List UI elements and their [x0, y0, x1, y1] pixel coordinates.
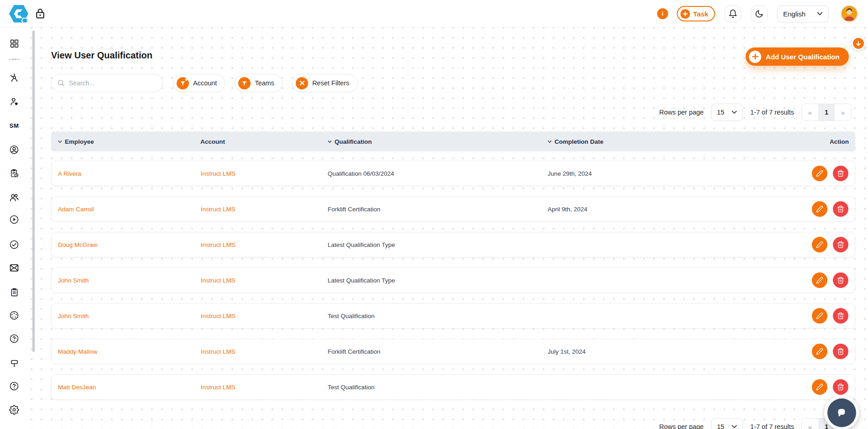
check-circle-icon[interactable]: [5, 235, 23, 254]
account-link[interactable]: Instruct LMS: [201, 348, 328, 355]
help-circle-icon[interactable]: [5, 330, 23, 348]
pagination-control: « 1 »: [801, 104, 852, 121]
account-link[interactable]: Instruct LMS: [201, 170, 328, 177]
account-link[interactable]: Instruct LMS: [201, 384, 328, 391]
add-user-qualification-button[interactable]: Add User Qualification: [746, 47, 849, 66]
employee-link[interactable]: Maddy Mallow: [58, 348, 201, 355]
table-row: John SmithInstruct LMSTest Qualification: [51, 303, 855, 329]
column-label: Account: [200, 138, 225, 145]
prev-page-button[interactable]: «: [802, 419, 818, 429]
avatar[interactable]: [840, 5, 858, 23]
user-circle-icon[interactable]: [5, 141, 23, 159]
edit-button[interactable]: [812, 379, 827, 395]
account-link[interactable]: Instruct LMS: [201, 206, 328, 213]
dashboard-grid-icon[interactable]: [5, 34, 23, 52]
trash-icon: [837, 383, 844, 391]
topbar-actions: Task English: [657, 0, 858, 27]
qualification-text: Latest Qualification Type: [328, 241, 548, 248]
prev-page-button[interactable]: «: [802, 104, 818, 120]
edit-button[interactable]: [812, 166, 827, 181]
chat-widget-button[interactable]: [824, 395, 859, 429]
clipboard-icon[interactable]: [5, 283, 23, 301]
clear-x-icon: [296, 77, 308, 89]
rows-per-page-select[interactable]: 15: [711, 418, 743, 429]
trash-icon: [837, 170, 844, 177]
team-icon[interactable]: [5, 188, 23, 207]
settings-gear-icon[interactable]: [5, 401, 23, 419]
employee-link[interactable]: Matt DesJean: [58, 384, 201, 391]
qualification-text: Test Qualification: [328, 384, 548, 391]
edit-button[interactable]: [812, 272, 827, 288]
hub-icon[interactable]: [5, 68, 23, 87]
edit-button[interactable]: [812, 344, 827, 359]
lock-icon[interactable]: [35, 8, 45, 20]
wheel-icon[interactable]: [5, 306, 23, 324]
account-link[interactable]: Instruct LMS: [201, 277, 328, 284]
account-link[interactable]: Instruct LMS: [201, 313, 328, 319]
collapse-down-button[interactable]: [852, 37, 865, 50]
employee-link[interactable]: Adam Carroll: [58, 206, 201, 213]
filter-bar: AccountTeamsReset Filters: [51, 74, 358, 92]
completion-date-text: July 1st, 2024: [548, 348, 798, 355]
qualification-text: Qualification 06/03/2024: [328, 170, 548, 177]
filter-chip-teams[interactable]: Teams: [235, 74, 282, 92]
rows-per-page-select[interactable]: 15: [711, 104, 743, 121]
dark-mode-button[interactable]: [751, 5, 768, 22]
column-label: Qualification: [335, 138, 372, 145]
clipboard-clock-icon[interactable]: [5, 164, 23, 182]
employee-link[interactable]: A Rivera: [58, 170, 201, 177]
pencil-icon: [816, 241, 823, 248]
delete-button[interactable]: [833, 166, 848, 181]
delete-button[interactable]: [833, 344, 848, 359]
filter-chip-label: Account: [193, 79, 217, 87]
results-count: 1-7 of 7 results: [750, 109, 794, 116]
filter-funnel-icon: [177, 77, 189, 89]
filter-chip-account[interactable]: Account: [173, 74, 225, 92]
delete-button[interactable]: [833, 308, 848, 324]
next-page-button[interactable]: »: [835, 104, 851, 120]
edit-button[interactable]: [812, 201, 827, 217]
plus-icon: [680, 9, 690, 19]
column-header-completion-date[interactable]: Completion Date: [547, 138, 799, 145]
user-heart-icon[interactable]: [5, 92, 23, 110]
row-actions: [798, 379, 848, 395]
filter-indicator-dot: [185, 78, 188, 81]
trash-icon: [837, 312, 844, 319]
employee-link[interactable]: John Smith: [58, 313, 201, 319]
column-header-employee[interactable]: Employee: [58, 138, 200, 145]
play-circle-icon[interactable]: [5, 210, 23, 229]
employee-link[interactable]: John Smith: [58, 277, 201, 284]
app-logo-icon[interactable]: [8, 3, 29, 24]
qualification-text: Forklift Certification: [328, 348, 548, 355]
column-label: Action: [830, 138, 849, 145]
mail-icon[interactable]: [5, 259, 23, 277]
completion-date-text: June 29th, 2024: [548, 170, 798, 177]
filter-chip-reset-filters[interactable]: Reset Filters: [292, 74, 357, 92]
current-page-button[interactable]: 1: [818, 104, 835, 120]
edit-button[interactable]: [812, 308, 827, 324]
account-link[interactable]: Instruct LMS: [201, 241, 328, 248]
rows-per-page-label: Rows per page: [659, 109, 704, 116]
language-select[interactable]: English: [777, 5, 829, 22]
employee-link[interactable]: Doug McGraw: [58, 241, 201, 248]
arrow-down-icon: [853, 38, 864, 49]
table-row: Doug McGrawInstruct LMSLatest Qualificat…: [51, 232, 855, 257]
column-header-qualification[interactable]: Qualification: [327, 138, 547, 145]
filter-chip-label: Teams: [255, 79, 274, 87]
delete-button[interactable]: [833, 201, 848, 217]
notifications-button[interactable]: [724, 5, 741, 22]
table-row: John SmithInstruct LMSLatest Qualificati…: [51, 267, 855, 293]
trash-icon: [837, 205, 844, 213]
edit-button[interactable]: [812, 237, 827, 252]
delete-button[interactable]: [833, 379, 848, 395]
add-task-button[interactable]: Task: [677, 6, 715, 21]
presentation-icon[interactable]: [5, 354, 23, 372]
scrollbar-thumb[interactable]: [32, 31, 35, 352]
info-icon[interactable]: [657, 8, 668, 19]
rows-per-page-label: Rows per page: [659, 423, 704, 429]
sm-text-icon[interactable]: SM: [5, 116, 23, 135]
search-input[interactable]: [51, 74, 163, 92]
delete-button[interactable]: [833, 237, 848, 252]
delete-button[interactable]: [833, 272, 848, 288]
help-circle-2-icon[interactable]: [5, 377, 23, 395]
